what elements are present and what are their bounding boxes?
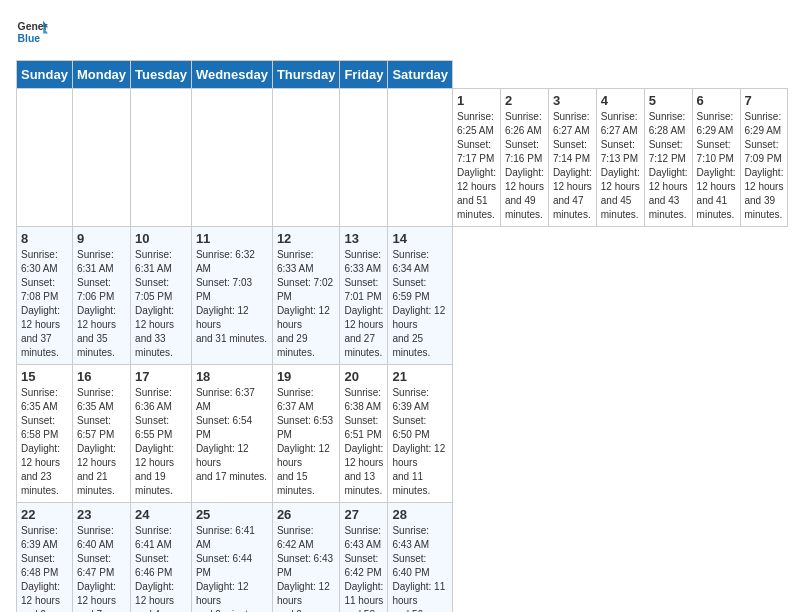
day-number: 24 xyxy=(135,507,187,522)
day-info: Sunrise: 6:37 AMSunset: 6:54 PMDaylight:… xyxy=(196,387,267,482)
calendar-cell: 23 Sunrise: 6:40 AMSunset: 6:47 PMDaylig… xyxy=(72,503,130,613)
column-header-friday: Friday xyxy=(340,61,388,89)
day-number: 15 xyxy=(21,369,68,384)
calendar-header-row: SundayMondayTuesdayWednesdayThursdayFrid… xyxy=(17,61,788,89)
day-info: Sunrise: 6:35 AMSunset: 6:58 PMDaylight:… xyxy=(21,387,60,496)
calendar-cell: 10 Sunrise: 6:31 AMSunset: 7:05 PMDaylig… xyxy=(131,227,192,365)
day-info: Sunrise: 6:34 AMSunset: 6:59 PMDaylight:… xyxy=(392,249,445,358)
day-info: Sunrise: 6:42 AMSunset: 6:43 PMDaylight:… xyxy=(277,525,333,612)
calendar-cell: 28 Sunrise: 6:43 AMSunset: 6:40 PMDaylig… xyxy=(388,503,453,613)
calendar-week-2: 8 Sunrise: 6:30 AMSunset: 7:08 PMDayligh… xyxy=(17,227,788,365)
column-header-sunday: Sunday xyxy=(17,61,73,89)
day-info: Sunrise: 6:43 AMSunset: 6:40 PMDaylight:… xyxy=(392,525,445,612)
day-number: 13 xyxy=(344,231,383,246)
column-header-wednesday: Wednesday xyxy=(191,61,272,89)
calendar-cell: 14 Sunrise: 6:34 AMSunset: 6:59 PMDaylig… xyxy=(388,227,453,365)
day-number: 27 xyxy=(344,507,383,522)
day-number: 8 xyxy=(21,231,68,246)
day-info: Sunrise: 6:28 AMSunset: 7:12 PMDaylight:… xyxy=(649,111,688,220)
calendar-cell: 11 Sunrise: 6:32 AMSunset: 7:03 PMDaylig… xyxy=(191,227,272,365)
calendar-table: SundayMondayTuesdayWednesdayThursdayFrid… xyxy=(16,60,788,612)
calendar-cell: 13 Sunrise: 6:33 AMSunset: 7:01 PMDaylig… xyxy=(340,227,388,365)
day-number: 18 xyxy=(196,369,268,384)
calendar-cell xyxy=(191,89,272,227)
day-info: Sunrise: 6:37 AMSunset: 6:53 PMDaylight:… xyxy=(277,387,333,496)
calendar-cell: 21 Sunrise: 6:39 AMSunset: 6:50 PMDaylig… xyxy=(388,365,453,503)
calendar-week-1: 1 Sunrise: 6:25 AMSunset: 7:17 PMDayligh… xyxy=(17,89,788,227)
day-number: 3 xyxy=(553,93,592,108)
day-number: 20 xyxy=(344,369,383,384)
day-number: 23 xyxy=(77,507,126,522)
day-number: 1 xyxy=(457,93,496,108)
day-number: 14 xyxy=(392,231,448,246)
day-info: Sunrise: 6:38 AMSunset: 6:51 PMDaylight:… xyxy=(344,387,383,496)
day-number: 4 xyxy=(601,93,640,108)
calendar-cell xyxy=(340,89,388,227)
page-header: General Blue xyxy=(16,16,776,48)
calendar-cell: 9 Sunrise: 6:31 AMSunset: 7:06 PMDayligh… xyxy=(72,227,130,365)
calendar-week-4: 22 Sunrise: 6:39 AMSunset: 6:48 PMDaylig… xyxy=(17,503,788,613)
column-header-saturday: Saturday xyxy=(388,61,453,89)
calendar-cell: 17 Sunrise: 6:36 AMSunset: 6:55 PMDaylig… xyxy=(131,365,192,503)
calendar-cell: 1 Sunrise: 6:25 AMSunset: 7:17 PMDayligh… xyxy=(453,89,501,227)
day-number: 10 xyxy=(135,231,187,246)
calendar-cell xyxy=(72,89,130,227)
logo: General Blue xyxy=(16,16,48,48)
day-number: 6 xyxy=(697,93,736,108)
calendar-cell: 12 Sunrise: 6:33 AMSunset: 7:02 PMDaylig… xyxy=(272,227,340,365)
calendar-cell xyxy=(388,89,453,227)
day-info: Sunrise: 6:36 AMSunset: 6:55 PMDaylight:… xyxy=(135,387,174,496)
calendar-cell: 15 Sunrise: 6:35 AMSunset: 6:58 PMDaylig… xyxy=(17,365,73,503)
day-info: Sunrise: 6:31 AMSunset: 7:05 PMDaylight:… xyxy=(135,249,174,358)
day-number: 17 xyxy=(135,369,187,384)
day-number: 25 xyxy=(196,507,268,522)
calendar-cell: 16 Sunrise: 6:35 AMSunset: 6:57 PMDaylig… xyxy=(72,365,130,503)
column-header-tuesday: Tuesday xyxy=(131,61,192,89)
day-number: 26 xyxy=(277,507,336,522)
day-number: 19 xyxy=(277,369,336,384)
day-number: 5 xyxy=(649,93,688,108)
calendar-cell: 6 Sunrise: 6:29 AMSunset: 7:10 PMDayligh… xyxy=(692,89,740,227)
day-info: Sunrise: 6:41 AMSunset: 6:46 PMDaylight:… xyxy=(135,525,174,612)
calendar-cell xyxy=(131,89,192,227)
calendar-cell: 18 Sunrise: 6:37 AMSunset: 6:54 PMDaylig… xyxy=(191,365,272,503)
day-info: Sunrise: 6:30 AMSunset: 7:08 PMDaylight:… xyxy=(21,249,60,358)
day-info: Sunrise: 6:27 AMSunset: 7:13 PMDaylight:… xyxy=(601,111,640,220)
calendar-cell: 19 Sunrise: 6:37 AMSunset: 6:53 PMDaylig… xyxy=(272,365,340,503)
day-info: Sunrise: 6:29 AMSunset: 7:10 PMDaylight:… xyxy=(697,111,736,220)
day-number: 16 xyxy=(77,369,126,384)
calendar-week-3: 15 Sunrise: 6:35 AMSunset: 6:58 PMDaylig… xyxy=(17,365,788,503)
day-info: Sunrise: 6:39 AMSunset: 6:48 PMDaylight:… xyxy=(21,525,60,612)
logo-icon: General Blue xyxy=(16,16,48,48)
day-number: 9 xyxy=(77,231,126,246)
column-header-monday: Monday xyxy=(72,61,130,89)
day-info: Sunrise: 6:29 AMSunset: 7:09 PMDaylight:… xyxy=(745,111,784,220)
day-info: Sunrise: 6:32 AMSunset: 7:03 PMDaylight:… xyxy=(196,249,267,344)
day-info: Sunrise: 6:27 AMSunset: 7:14 PMDaylight:… xyxy=(553,111,592,220)
day-info: Sunrise: 6:35 AMSunset: 6:57 PMDaylight:… xyxy=(77,387,116,496)
calendar-body: 1 Sunrise: 6:25 AMSunset: 7:17 PMDayligh… xyxy=(17,89,788,613)
calendar-cell: 7 Sunrise: 6:29 AMSunset: 7:09 PMDayligh… xyxy=(740,89,788,227)
calendar-cell: 4 Sunrise: 6:27 AMSunset: 7:13 PMDayligh… xyxy=(596,89,644,227)
calendar-cell: 5 Sunrise: 6:28 AMSunset: 7:12 PMDayligh… xyxy=(644,89,692,227)
day-info: Sunrise: 6:40 AMSunset: 6:47 PMDaylight:… xyxy=(77,525,116,612)
day-info: Sunrise: 6:43 AMSunset: 6:42 PMDaylight:… xyxy=(344,525,383,612)
day-number: 2 xyxy=(505,93,544,108)
column-header-thursday: Thursday xyxy=(272,61,340,89)
day-number: 12 xyxy=(277,231,336,246)
calendar-cell: 3 Sunrise: 6:27 AMSunset: 7:14 PMDayligh… xyxy=(548,89,596,227)
day-info: Sunrise: 6:39 AMSunset: 6:50 PMDaylight:… xyxy=(392,387,445,496)
day-info: Sunrise: 6:33 AMSunset: 7:01 PMDaylight:… xyxy=(344,249,383,358)
calendar-cell: 24 Sunrise: 6:41 AMSunset: 6:46 PMDaylig… xyxy=(131,503,192,613)
calendar-cell: 8 Sunrise: 6:30 AMSunset: 7:08 PMDayligh… xyxy=(17,227,73,365)
calendar-cell xyxy=(272,89,340,227)
day-info: Sunrise: 6:33 AMSunset: 7:02 PMDaylight:… xyxy=(277,249,333,358)
day-info: Sunrise: 6:25 AMSunset: 7:17 PMDaylight:… xyxy=(457,111,496,220)
day-number: 11 xyxy=(196,231,268,246)
day-number: 22 xyxy=(21,507,68,522)
calendar-cell: 20 Sunrise: 6:38 AMSunset: 6:51 PMDaylig… xyxy=(340,365,388,503)
day-info: Sunrise: 6:41 AMSunset: 6:44 PMDaylight:… xyxy=(196,525,262,612)
calendar-cell: 26 Sunrise: 6:42 AMSunset: 6:43 PMDaylig… xyxy=(272,503,340,613)
calendar-cell: 27 Sunrise: 6:43 AMSunset: 6:42 PMDaylig… xyxy=(340,503,388,613)
calendar-cell: 25 Sunrise: 6:41 AMSunset: 6:44 PMDaylig… xyxy=(191,503,272,613)
